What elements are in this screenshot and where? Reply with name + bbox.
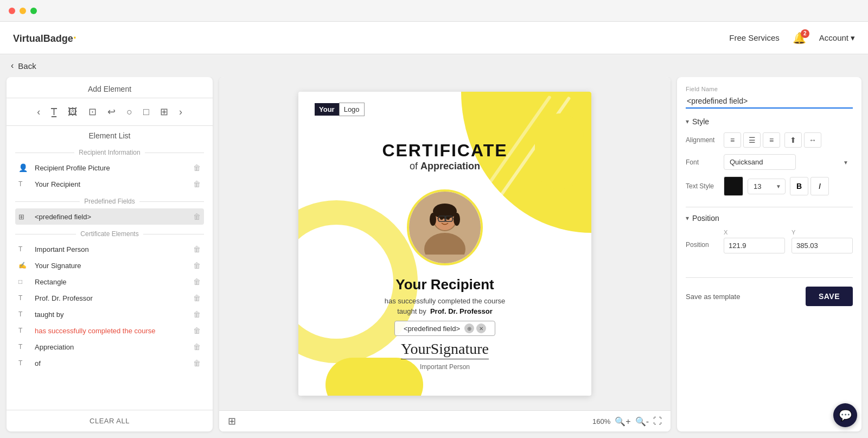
delete-icon[interactable]: 🗑	[193, 163, 201, 172]
text-style-row: Text Style 13 10 12 14 16 B I	[686, 176, 853, 196]
svg-point-6	[454, 213, 460, 226]
clear-all-button[interactable]: CLEAR ALL	[7, 410, 213, 431]
traffic-light-red[interactable]	[9, 8, 15, 14]
chat-icon: 💬	[839, 409, 852, 422]
alignment-buttons: ≡ ☰ ≡	[724, 132, 780, 148]
delete-icon[interactable]: 🗑	[193, 245, 201, 253]
list-item[interactable]: T of 🗑	[15, 355, 204, 371]
delete-icon[interactable]: 🗑	[193, 261, 201, 270]
cert-title-main: CERTIFICATE	[298, 141, 591, 161]
italic-button[interactable]: I	[810, 177, 829, 195]
x-label: X	[724, 229, 785, 236]
text-icon: T	[18, 359, 29, 367]
circle-icon[interactable]: ○	[124, 104, 135, 120]
element-label: Recipient Profile Picture	[35, 164, 188, 172]
predefined-close-btn[interactable]: ✕	[476, 323, 486, 333]
predefined-icon: ⊞	[18, 213, 29, 221]
delete-icon[interactable]: 🗑	[193, 342, 201, 351]
predefined-edit-btn[interactable]: ⊕	[464, 323, 474, 333]
list-item[interactable]: T Important Person 🗑	[15, 241, 204, 257]
font-size-select[interactable]: 13 10 12 14 16	[748, 179, 786, 194]
back-button[interactable]: ‹ Back	[0, 54, 868, 77]
align-center-button[interactable]: ☰	[743, 132, 761, 148]
next-icon[interactable]: ›	[177, 104, 184, 120]
list-item[interactable]: T Appreciation 🗑	[15, 339, 204, 355]
text-icon: T	[18, 180, 29, 188]
delete-icon[interactable]: 🗑	[193, 326, 201, 335]
text-icon[interactable]: T̲	[49, 104, 59, 120]
delete-icon[interactable]: 🗑	[193, 212, 201, 221]
delete-icon[interactable]: 🗑	[193, 294, 201, 302]
align-left-button[interactable]: ≡	[724, 132, 741, 148]
style-section-toggle[interactable]: ▾ Style	[686, 117, 853, 126]
bold-button[interactable]: B	[790, 177, 808, 195]
grid-add-icon[interactable]: ⊞	[158, 104, 170, 120]
recipient-info-label: Recipient Information	[79, 149, 140, 156]
cert-logo-logo: Logo	[339, 103, 365, 116]
notification-bell[interactable]: 🔔 2	[793, 31, 806, 45]
save-button[interactable]: SAVE	[806, 287, 853, 306]
delete-icon[interactable]: 🗑	[193, 180, 201, 188]
align-right-button[interactable]: ≡	[763, 132, 780, 148]
image-icon[interactable]: 🖼	[66, 104, 80, 120]
position-section-toggle[interactable]: ▾ Position	[686, 214, 853, 223]
traffic-light-yellow[interactable]	[20, 8, 26, 14]
alignment-label: Alignment	[686, 136, 724, 144]
predefined-fields-divider: Predefined Fields	[15, 198, 204, 205]
element-label: taught by	[35, 310, 188, 319]
chat-widget[interactable]: 💬	[833, 403, 857, 427]
cert-subtitle: has successfully completed the course	[298, 297, 591, 305]
list-item[interactable]: T Prof. Dr. Professor 🗑	[15, 290, 204, 306]
list-item[interactable]: T has successfully completed the course …	[15, 322, 204, 339]
prev-icon[interactable]: ‹	[35, 104, 42, 120]
rect-icon: □	[18, 278, 29, 285]
text-style-label: Text Style	[686, 182, 724, 190]
position-label: Position	[686, 241, 724, 249]
list-item[interactable]: T Your Recipient 🗑	[15, 176, 204, 192]
traffic-light-green[interactable]	[30, 8, 37, 14]
element-label: Appreciation	[35, 343, 188, 351]
rect-icon[interactable]: □	[141, 104, 151, 120]
text-icon: T	[18, 310, 29, 318]
cert-photo-circle	[407, 189, 483, 265]
account-chevron-icon: ▾	[851, 33, 855, 43]
account-menu[interactable]: Account ▾	[819, 33, 855, 43]
grid-toggle-icon[interactable]: ⊞	[228, 415, 236, 427]
element-label: Your Signature	[35, 262, 188, 270]
font-label: Font	[686, 158, 724, 166]
align-top-button[interactable]: ⬆	[784, 132, 802, 148]
predefined-fields-label: Predefined Fields	[84, 198, 135, 205]
y-input[interactable]	[792, 238, 853, 253]
x-position-field: X	[724, 229, 785, 253]
delete-icon[interactable]: 🗑	[193, 310, 201, 319]
cert-photo	[409, 192, 481, 263]
field-name-input[interactable]	[686, 94, 853, 109]
delete-icon[interactable]: 🗑	[193, 277, 201, 286]
text-icon: T	[18, 245, 29, 253]
x-input[interactable]	[724, 238, 785, 253]
style-chevron-icon: ▾	[686, 118, 689, 125]
logo: VirtualBadge·	[13, 31, 76, 45]
zoom-out-button[interactable]: 🔍-	[635, 416, 649, 427]
list-item-predefined[interactable]: ⊞ <predefined field> 🗑	[15, 208, 204, 225]
delete-icon[interactable]: 🗑	[193, 359, 201, 367]
cert-signature: YourSignature	[401, 340, 489, 359]
zoom-in-button[interactable]: 🔍+	[615, 416, 630, 427]
cert-title: CERTIFICATE of Appreciation	[298, 141, 591, 172]
resize-icon[interactable]: ⊡	[86, 104, 99, 120]
list-item[interactable]: T taught by 🗑	[15, 306, 204, 322]
center-panel: YourLogo CERTIFICATE of Appreciation	[219, 77, 671, 431]
cert-predefined-field-widget[interactable]: <predefined field> ⊕ ✕	[394, 321, 495, 336]
divider	[686, 207, 853, 207]
font-select[interactable]: Quicksand Arial Times New Roman	[724, 154, 796, 170]
undo-icon[interactable]: ↩	[105, 104, 118, 120]
free-services-link[interactable]: Free Services	[729, 33, 780, 42]
color-swatch[interactable]	[724, 176, 743, 196]
align-middle-button[interactable]: ↔	[804, 132, 821, 148]
list-item[interactable]: □ Rectangle 🗑	[15, 274, 204, 290]
list-item[interactable]: ✍ Your Signature 🗑	[15, 257, 204, 274]
fullscreen-button[interactable]: ⛶	[653, 416, 662, 426]
font-row: Font Quicksand Arial Times New Roman	[686, 154, 853, 170]
svg-point-8	[446, 217, 450, 220]
list-item[interactable]: 👤 Recipient Profile Picture 🗑	[15, 160, 204, 176]
